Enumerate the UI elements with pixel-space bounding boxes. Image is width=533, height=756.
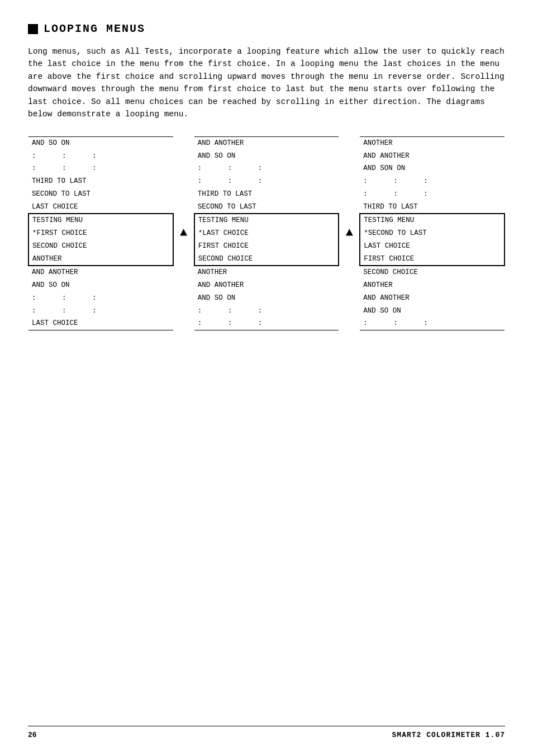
cell: AND ANOTHER	[360, 292, 505, 305]
table-row: SECOND TO LAST	[28, 188, 173, 201]
table-row: ANOTHER	[360, 279, 505, 292]
product-name: SMART2 COLORIMETER 1.07	[392, 731, 505, 739]
cell: *LAST CHOICE	[194, 227, 339, 240]
cell: SECOND TO LAST	[28, 188, 173, 201]
diagram-1: AND SO ON : : : : : : THIRD TO LAST SECO…	[28, 136, 174, 330]
cell: SECOND CHOICE	[28, 240, 173, 253]
cell: *SECOND TO LAST	[360, 227, 505, 240]
table-row: THIRD TO LAST	[28, 175, 173, 188]
diagram-3: ANOTHER AND ANOTHER AND SON ON : : : : :…	[359, 136, 505, 330]
cell: ANOTHER	[28, 253, 173, 266]
table-row: AND SO ON	[28, 136, 173, 149]
diagrams-area: AND SO ON : : : : : : THIRD TO LAST SECO…	[28, 136, 505, 330]
cell: AND SON ON	[360, 162, 505, 175]
cell: : : :	[360, 175, 505, 188]
cell: ANOTHER	[360, 279, 505, 292]
table-row: FIRST CHOICE	[360, 253, 505, 266]
arrow-up-icon: ▲	[180, 226, 187, 240]
table-row: LAST CHOICE	[360, 240, 505, 253]
cell: AND ANOTHER	[194, 279, 339, 292]
table-row: : : :	[194, 175, 339, 188]
table-row: : : :	[28, 162, 173, 175]
cell: FIRST CHOICE	[194, 240, 339, 253]
cell: LAST CHOICE	[360, 240, 505, 253]
arrow-1: ▲	[174, 136, 194, 240]
page: LOOPING MENUS Long menus, such as All Te…	[0, 0, 533, 756]
table-row: THIRD TO LAST	[360, 201, 505, 214]
cell: ANOTHER	[360, 136, 505, 149]
table-row: *LAST CHOICE	[194, 227, 339, 240]
cell: : : :	[194, 317, 339, 330]
cell: FIRST CHOICE	[360, 253, 505, 266]
table-row: AND SO ON	[194, 150, 339, 163]
cell: AND ANOTHER	[194, 136, 339, 149]
table-row: AND ANOTHER	[28, 266, 173, 279]
table-row: : : :	[28, 292, 173, 305]
table-row: TESTING MENU	[194, 214, 339, 227]
section-title: LOOPING MENUS	[44, 22, 145, 35]
cell: : : :	[360, 317, 505, 330]
table-row: AND SO ON	[194, 292, 339, 305]
table-row: *SECOND TO LAST	[360, 227, 505, 240]
diagram-3-table: ANOTHER AND ANOTHER AND SON ON : : : : :…	[359, 136, 505, 330]
cell: : : :	[28, 292, 173, 305]
table-row: SECOND TO LAST	[194, 201, 339, 214]
section-icon	[28, 24, 38, 34]
table-row: SECOND CHOICE	[194, 253, 339, 266]
table-row: TESTING MENU	[360, 214, 505, 227]
table-row: : : :	[360, 317, 505, 330]
cell: SECOND CHOICE	[360, 266, 505, 279]
cell: TESTING MENU	[360, 214, 505, 227]
table-row: ANOTHER	[28, 253, 173, 266]
table-row: : : :	[28, 305, 173, 318]
cell: LAST CHOICE	[28, 201, 173, 214]
page-footer: 26 SMART2 COLORIMETER 1.07	[28, 726, 505, 739]
table-row: LAST CHOICE	[28, 201, 173, 214]
cell: AND SO ON	[28, 136, 173, 149]
cell: SECOND CHOICE	[194, 253, 339, 266]
table-row: *FIRST CHOICE	[28, 227, 173, 240]
cell: : : :	[194, 162, 339, 175]
cell: AND SO ON	[28, 279, 173, 292]
diagram-2: AND ANOTHER AND SO ON : : : : : : THIRD …	[194, 136, 340, 330]
table-row: AND ANOTHER	[360, 150, 505, 163]
cell: : : :	[28, 162, 173, 175]
inline-code: All Tests	[125, 47, 169, 56]
cell: : : :	[194, 175, 339, 188]
table-row: : : :	[360, 175, 505, 188]
cell: SECOND TO LAST	[194, 201, 339, 214]
cell: AND ANOTHER	[28, 266, 173, 279]
cell: TESTING MENU	[194, 214, 339, 227]
table-row: AND ANOTHER	[360, 292, 505, 305]
cell: : : :	[360, 188, 505, 201]
table-row: AND SO ON	[28, 279, 173, 292]
cell: *FIRST CHOICE	[28, 227, 173, 240]
cell: : : :	[28, 150, 173, 163]
table-row: ANOTHER	[194, 266, 339, 279]
cell: THIRD TO LAST	[194, 188, 339, 201]
cell: ANOTHER	[194, 266, 339, 279]
body-text: Long menus, such as All Tests, incorpora…	[28, 45, 505, 121]
page-number: 26	[28, 731, 37, 739]
diagram-2-table: AND ANOTHER AND SO ON : : : : : : THIRD …	[194, 136, 340, 330]
table-row: THIRD TO LAST	[194, 188, 339, 201]
table-row: AND ANOTHER	[194, 136, 339, 149]
cell: THIRD TO LAST	[360, 201, 505, 214]
cell: AND SO ON	[194, 292, 339, 305]
table-row: : : :	[194, 162, 339, 175]
table-row: SECOND CHOICE	[28, 240, 173, 253]
table-row: LAST CHOICE	[28, 317, 173, 330]
cell: AND SO ON	[360, 305, 505, 318]
table-row: AND ANOTHER	[194, 279, 339, 292]
arrow-2: ▲	[339, 136, 359, 240]
table-row: SECOND CHOICE	[360, 266, 505, 279]
table-row: FIRST CHOICE	[194, 240, 339, 253]
table-row: : : :	[360, 188, 505, 201]
table-row: : : :	[28, 150, 173, 163]
cell: TESTING MENU	[28, 214, 173, 227]
section-header: LOOPING MENUS	[28, 22, 505, 35]
cell: LAST CHOICE	[28, 317, 173, 330]
arrow-up-icon-2: ▲	[346, 226, 353, 240]
table-row: AND SON ON	[360, 162, 505, 175]
table-row: : : :	[194, 317, 339, 330]
